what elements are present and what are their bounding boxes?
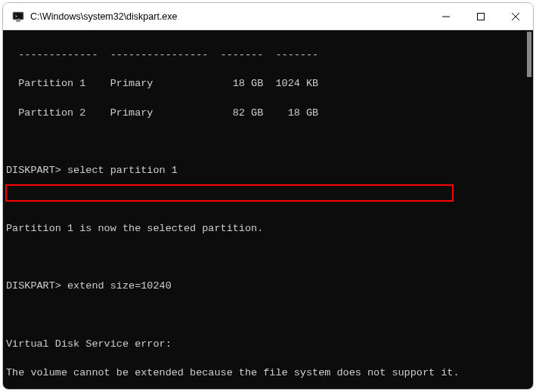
terminal-line: Partition 1 is now the selected partitio… — [6, 221, 533, 236]
maximize-button[interactable] — [463, 3, 498, 29]
window-title: C:\Windows\system32\diskpart.exe — [30, 11, 429, 22]
terminal-line: DISKPART> select partition 1 — [6, 163, 533, 177]
terminal-line: DISKPART> extend size=10240 — [6, 279, 533, 293]
close-button[interactable] — [498, 3, 533, 29]
terminal-line: Partition 1 Primary 18 GB 1024 KB — [6, 76, 533, 91]
minimize-button[interactable] — [429, 3, 463, 29]
svg-rect-5 — [478, 13, 485, 20]
terminal-line — [6, 250, 533, 264]
app-icon: >_ — [12, 11, 24, 23]
diskpart-window: >_ C:\Windows\system32\diskpart.exe ----… — [2, 2, 534, 390]
svg-rect-3 — [16, 20, 20, 22]
scrollbar-thumb[interactable] — [527, 32, 531, 77]
svg-text:>_: >_ — [15, 13, 20, 18]
terminal-line: Virtual Disk Service error: — [6, 337, 533, 351]
titlebar[interactable]: >_ C:\Windows\system32\diskpart.exe — [3, 3, 533, 30]
terminal-line: ------------- ---------------- ------- -… — [6, 48, 533, 62]
terminal-body[interactable]: ------------- ---------------- ------- -… — [3, 30, 533, 389]
terminal-line: The volume cannot be extended because th… — [6, 366, 533, 380]
window-controls — [429, 3, 533, 29]
terminal-line — [6, 308, 533, 323]
terminal-line: Partition 2 Primary 82 GB 18 GB — [6, 106, 533, 120]
terminal-line — [6, 193, 533, 207]
terminal-line — [6, 134, 533, 149]
